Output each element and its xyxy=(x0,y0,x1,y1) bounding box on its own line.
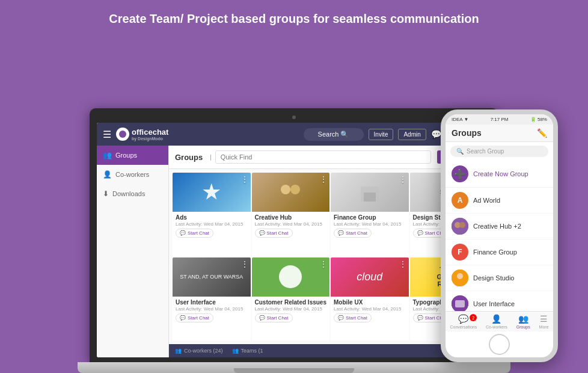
more-icon[interactable]: ⋮ xyxy=(320,175,327,183)
phone-status-bar: IDEA ▼ 7:17 PM 🔋 58% xyxy=(446,114,553,125)
more-icon[interactable]: ⋮ xyxy=(320,260,327,268)
coworkers-nav-label: Co-workers xyxy=(486,325,507,329)
group-info-mobile: Mobile UX Last Activity: Wed Mar 04, 201… xyxy=(331,297,409,325)
logo-icon xyxy=(116,128,129,141)
phone-nav-groups[interactable]: 👥 Groups xyxy=(516,314,530,329)
avatar-ui xyxy=(452,295,468,311)
app-ui: ☰ officechat by DesignModo Search 🔍 Invi xyxy=(97,123,491,357)
group-name-mobile: Mobile UX xyxy=(334,299,406,306)
group-name-ads: Ads xyxy=(176,214,248,221)
logo-icon-inner xyxy=(119,131,126,138)
create-group-label: Create Now Group xyxy=(473,170,528,177)
group-name-design-phone: Design Studio xyxy=(473,274,515,282)
start-chat-ads[interactable]: 💬 Start Chat xyxy=(176,229,213,238)
chat-icon[interactable]: 💬 xyxy=(431,129,441,139)
group-activity-customer: Last Activity: Wed Mar 04, 2015 xyxy=(255,306,327,312)
chat-bubble-icon: 💬 xyxy=(338,230,344,236)
coworkers-icon: 👤 xyxy=(103,170,112,179)
sidebar-item-groups[interactable]: 👥 Groups xyxy=(97,146,168,165)
main-layout: 👥 Groups 👤 Co-workers ⬇ Downloads xyxy=(97,146,491,357)
avatar-adworld: A xyxy=(452,192,468,209)
svg-rect-10 xyxy=(455,300,465,307)
start-chat-creative[interactable]: 💬 Start Chat xyxy=(255,229,293,238)
more-icon[interactable]: ⋮ xyxy=(399,260,406,268)
group-name-adworld: Ad World xyxy=(473,197,500,204)
avatar-design-svg xyxy=(452,270,468,286)
coworkers-icon: 👥 xyxy=(175,348,182,354)
group-name-customer: Customer Related Issues xyxy=(255,299,327,306)
search-label: Search Group xyxy=(467,148,504,155)
chat-bubble-icon: 💬 xyxy=(338,315,344,321)
avatar-ui-svg xyxy=(452,295,468,311)
group-activity-ui: Last Activity: Wed Mar 04, 2015 xyxy=(176,306,248,312)
sidebar-item-coworkers[interactable]: 👤 Co-workers xyxy=(97,165,168,184)
start-chat-label: Start Chat xyxy=(188,315,209,321)
more-nav-label: More xyxy=(539,325,549,329)
chat-bubble-icon: 💬 xyxy=(259,315,265,321)
group-card-ads[interactable]: ⋮ Ads Last Activity: Wed Mar 04, 2015 💬 … xyxy=(173,173,251,256)
phone-list-item-design[interactable]: Design Studio xyxy=(446,265,553,291)
start-chat-finance[interactable]: 💬 Start Chat xyxy=(334,229,372,238)
conversations-label: Conversations xyxy=(450,325,477,329)
create-group-icon: ➕ xyxy=(452,165,468,182)
phone-list-item-creative[interactable]: Creative Hub +2 xyxy=(446,214,553,239)
coworkers-nav-icon: 👤 xyxy=(491,314,501,324)
phone-list-item-finance[interactable]: F Finance Group xyxy=(446,239,553,265)
more-nav-icon: ☰ xyxy=(540,314,548,324)
phone-list-item-ui[interactable]: User Interface xyxy=(446,291,553,311)
group-name-creative: Creative Hub xyxy=(255,214,327,221)
start-chat-mobile[interactable]: 💬 Start Chat xyxy=(334,313,372,322)
conversations-icon: 💬 xyxy=(458,314,468,324)
create-group-button[interactable]: ➕ Create Now Group xyxy=(446,161,553,188)
group-activity-finance: Last Activity: Wed Mar 04, 2015 xyxy=(334,221,406,227)
group-card-finance[interactable]: ⋮ Finance Group Last Activity: Wed Mar 0… xyxy=(331,173,409,256)
avatar-creative xyxy=(452,218,468,235)
group-card-ui[interactable]: ST AND, AT OUR WARSA ⋮ User Interface La… xyxy=(173,257,251,341)
admin-button[interactable]: Admin xyxy=(398,129,426,140)
group-card-customer[interactable]: ⋮ Customer Related Issues Last Activity:… xyxy=(252,257,330,341)
svg-point-0 xyxy=(281,185,290,194)
page-header: Create Team/ Project based groups for se… xyxy=(97,0,491,32)
sidebar-downloads-label: Downloads xyxy=(112,190,145,197)
phone-list-item-adworld[interactable]: A Ad World xyxy=(446,188,553,214)
logo-text: officechat by DesignModo xyxy=(132,128,168,141)
groups-icon: 👥 xyxy=(103,151,112,159)
hamburger-icon[interactable]: ☰ xyxy=(103,129,111,140)
laptop-base xyxy=(78,362,510,373)
group-activity-ads: Last Activity: Wed Mar 04, 2015 xyxy=(176,221,248,227)
quick-find-input[interactable] xyxy=(215,150,432,164)
phone-nav-coworkers[interactable]: 👤 Co-workers xyxy=(486,314,507,329)
edit-icon[interactable]: ✏️ xyxy=(537,128,547,138)
teams-status: 👥 Teams (1 xyxy=(232,348,263,354)
search-button[interactable]: Search 🔍 xyxy=(304,128,364,141)
group-image-mobile: cloud xyxy=(331,257,409,297)
sidebar-item-downloads[interactable]: ⬇ Downloads xyxy=(97,184,168,203)
more-icon[interactable]: ⋮ xyxy=(399,175,406,183)
laptop-screen: ☰ officechat by DesignModo Search 🔍 Invi xyxy=(97,123,491,357)
phone-nav-conversations[interactable]: 💬 Conversations 2 xyxy=(450,314,477,329)
phone-header: Groups ✏️ xyxy=(446,125,553,142)
start-chat-ui[interactable]: 💬 Start Chat xyxy=(176,313,213,322)
group-card-mobile[interactable]: cloud ⋮ Mobile UX Last Activity: Wed Mar… xyxy=(331,257,409,341)
more-icon[interactable]: ⋮ xyxy=(241,260,248,268)
teams-count: Teams (1 xyxy=(241,348,263,354)
logo-area: officechat by DesignModo xyxy=(116,128,299,141)
more-icon[interactable]: ⋮ xyxy=(241,175,248,183)
downloads-icon: ⬇ xyxy=(103,190,109,198)
group-name-finance: Finance Group xyxy=(334,214,406,221)
phone-nav-more[interactable]: ☰ More xyxy=(539,314,549,329)
svg-point-1 xyxy=(290,185,300,194)
phone-home-button[interactable] xyxy=(489,334,510,355)
logo-main: officechat xyxy=(132,128,168,137)
svg-point-6 xyxy=(459,222,465,228)
group-card-creative[interactable]: ⋮ Creative Hub Last Activity: Wed Mar 04… xyxy=(252,173,330,256)
chat-bubble-icon: 💬 xyxy=(417,230,423,236)
group-name-ui: User Interface xyxy=(176,299,248,306)
start-chat-label: Start Chat xyxy=(267,230,289,236)
phone-search[interactable]: 🔍 Search Group xyxy=(450,146,548,157)
start-chat-customer[interactable]: 💬 Start Chat xyxy=(255,313,293,322)
ui-text: ST AND, AT OUR WARSA xyxy=(177,271,245,282)
laptop-bezel: ☰ officechat by DesignModo Search 🔍 Invi xyxy=(90,108,498,362)
invite-button[interactable]: Invite xyxy=(369,129,394,140)
phone-battery: 🔋 58% xyxy=(530,117,547,122)
